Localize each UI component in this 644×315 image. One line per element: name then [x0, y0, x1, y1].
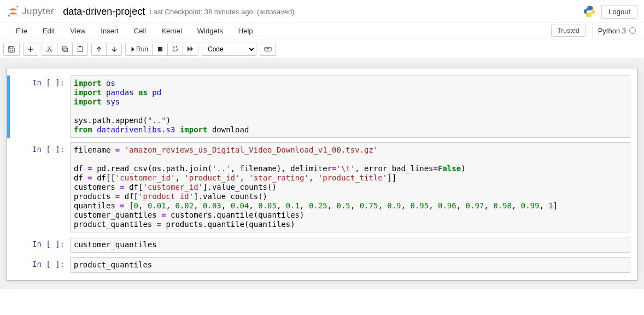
interrupt-button[interactable] [153, 43, 168, 56]
notebook-container: In [ ]:import osimport pandas as pdimpor… [0, 59, 644, 289]
prompt: In [ ]: [7, 237, 70, 253]
menu-item-file[interactable]: File [8, 24, 35, 38]
python-icon [583, 5, 596, 18]
logout-button[interactable]: Logout [601, 5, 637, 19]
add-cell-button[interactable] [23, 43, 38, 56]
restart-button[interactable] [168, 43, 183, 56]
code-cell[interactable]: In [ ]:customer_quantiles [7, 235, 637, 254]
svg-point-6 [50, 50, 52, 51]
menu-item-cell[interactable]: Cell [126, 24, 154, 38]
notebook: In [ ]:import osimport pandas as pdimpor… [7, 68, 637, 281]
code-input[interactable]: product_quantiles [70, 257, 630, 273]
menu-item-help[interactable]: Help [231, 24, 261, 38]
svg-point-0 [16, 6, 18, 8]
svg-point-5 [47, 50, 49, 51]
cut-button[interactable] [42, 43, 57, 56]
svg-rect-8 [64, 48, 68, 52]
command-palette-button[interactable] [260, 43, 276, 56]
menubar: FileEditViewInsertCellKernelWidgetsHelp … [0, 22, 644, 39]
svg-point-3 [587, 7, 588, 8]
toolbar: Run Code [0, 39, 644, 59]
trusted-indicator[interactable]: Trusted [551, 25, 585, 37]
paste-button[interactable] [73, 43, 88, 56]
kernel-indicator-icon [629, 27, 636, 34]
menu-item-edit[interactable]: Edit [35, 24, 62, 38]
svg-point-2 [17, 15, 18, 16]
copy-button[interactable] [57, 43, 73, 56]
code-cell[interactable]: In [ ]:filename = 'amazon_reviews_us_Dig… [7, 141, 637, 234]
svg-rect-14 [267, 48, 268, 49]
code-input[interactable]: filename = 'amazon_reviews_us_Digital_Vi… [70, 142, 630, 232]
cell-type-select[interactable]: Code [202, 43, 256, 56]
code-input[interactable]: import osimport pandas as pdimport sys s… [70, 75, 630, 138]
move-up-button[interactable] [91, 43, 107, 56]
svg-point-1 [8, 15, 10, 17]
checkpoint-status: Last Checkpoint: 38 minutes ago (autosav… [149, 8, 294, 16]
save-button[interactable] [3, 43, 20, 56]
jupyter-icon [7, 5, 20, 18]
notebook-name[interactable]: data-driven-project [63, 6, 145, 18]
menu-item-insert[interactable]: Insert [93, 24, 126, 38]
menu-item-kernel[interactable]: Kernel [154, 24, 190, 38]
header: Jupyter data-driven-project Last Checkpo… [0, 0, 644, 22]
svg-point-4 [591, 15, 592, 16]
svg-rect-16 [266, 49, 269, 50]
svg-rect-10 [79, 46, 81, 47]
code-input[interactable]: customer_quantiles [70, 237, 630, 253]
run-button[interactable]: Run [125, 43, 153, 56]
menu-item-view[interactable]: View [62, 24, 93, 38]
menu-item-widgets[interactable]: Widgets [190, 24, 231, 38]
prompt: In [ ]: [7, 75, 70, 138]
prompt: In [ ]: [7, 257, 70, 273]
svg-rect-11 [158, 47, 162, 51]
code-cell[interactable]: In [ ]:product_quantiles [7, 255, 637, 275]
move-down-button[interactable] [107, 43, 122, 56]
kernel-name[interactable]: Python 3 [592, 22, 636, 39]
code-cell[interactable]: In [ ]:import osimport pandas as pdimpor… [7, 74, 637, 139]
svg-rect-13 [266, 48, 267, 49]
restart-run-all-button[interactable] [183, 43, 198, 56]
prompt: In [ ]: [7, 142, 70, 232]
svg-rect-7 [62, 46, 66, 50]
logo-text: Jupyter [22, 6, 54, 17]
jupyter-logo[interactable]: Jupyter [7, 4, 54, 19]
svg-rect-12 [265, 47, 271, 51]
svg-rect-15 [268, 48, 270, 49]
